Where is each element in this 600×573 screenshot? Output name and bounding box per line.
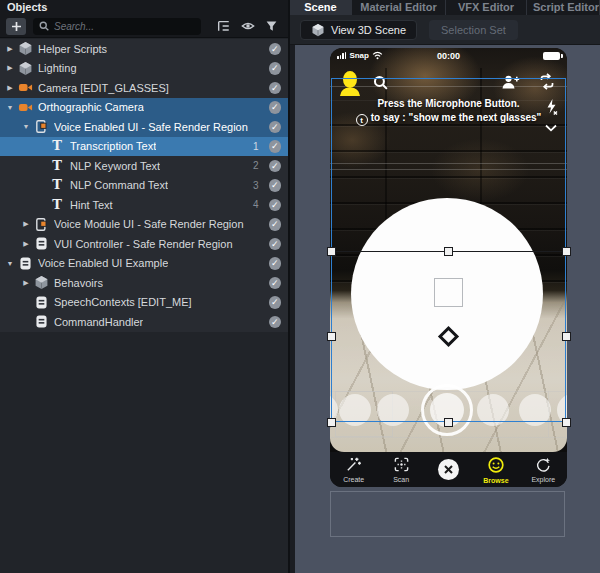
tree-row[interactable]: ▼Voice Enabled UI - Safe Render Region✓	[0, 117, 288, 137]
selection-set-button[interactable]: Selection Set	[429, 20, 518, 40]
resize-handle[interactable]	[327, 332, 336, 341]
objects-panel-title: Objects	[0, 0, 288, 15]
tree-row[interactable]: TNLP Keyword Text2✓	[0, 156, 288, 176]
expand-arrow[interactable]: ▶	[3, 64, 17, 72]
expand-arrow[interactable]: ▶	[19, 279, 33, 287]
tree-row[interactable]: ▶Camera [EDIT_GLASSES]✓	[0, 78, 288, 98]
expand-arrow[interactable]: ▶	[3, 84, 17, 92]
enabled-checkbox[interactable]: ✓	[269, 43, 282, 56]
resize-handle[interactable]	[444, 247, 453, 256]
object-icon	[33, 275, 49, 291]
add-object-button[interactable]	[6, 18, 26, 35]
editor-tab-material-editor[interactable]: Material Editor	[352, 0, 446, 15]
selection-set-label: Selection Set	[441, 24, 506, 36]
expand-arrow[interactable]: ▶	[19, 240, 33, 248]
editor-tabs: SceneMaterial EditorVFX EditorScript Edi…	[290, 0, 600, 15]
text-icon: T	[49, 138, 65, 154]
tree-row[interactable]: SpeechContexts [EDIT_ME]✓	[0, 293, 288, 313]
tree-item-label: Voice Enabled UI Example	[38, 257, 168, 269]
search-icon	[38, 20, 50, 32]
tree-list-icon[interactable]	[215, 18, 232, 34]
plus-icon	[11, 21, 22, 32]
tree-row[interactable]: ▼Orthographic Camera✓	[0, 98, 288, 118]
eye-icon[interactable]	[239, 18, 256, 34]
tree-row[interactable]: ▶VUI Controller - Safe Render Region✓	[0, 234, 288, 254]
time-label: 00:00	[330, 51, 567, 61]
enabled-checkbox[interactable]: ✓	[269, 277, 282, 290]
enabled-checkbox[interactable]: ✓	[269, 82, 282, 95]
filter-icon[interactable]	[263, 18, 280, 34]
tree-row[interactable]: TTranscription Text1✓	[0, 137, 288, 157]
snap-tab-label: Explore	[531, 476, 555, 483]
enabled-checkbox[interactable]: ✓	[269, 62, 282, 75]
snap-tab-scan[interactable]: Scan	[377, 456, 424, 483]
view-3d-scene-button[interactable]: View 3D Scene	[300, 20, 417, 40]
expand-arrow[interactable]: ▼	[3, 260, 17, 267]
carousel-bounds-line	[330, 437, 567, 438]
battery-icon	[543, 52, 560, 60]
snap-tab-close[interactable]	[425, 459, 472, 480]
tree-item-label: SpeechContexts [EDIT_ME]	[54, 296, 192, 308]
script-icon	[33, 236, 49, 252]
tree-row[interactable]: ▼Voice Enabled UI Example✓	[0, 254, 288, 274]
editor-tab-scene[interactable]: Scene	[290, 0, 352, 15]
scene-viewport[interactable]: Snap 00:00	[290, 45, 600, 573]
tree-row[interactable]: ▶Behavoirs✓	[0, 273, 288, 293]
enabled-checkbox[interactable]: ✓	[269, 199, 282, 212]
scene-panel: SceneMaterial EditorVFX EditorScript Edi…	[288, 0, 600, 573]
tree-row[interactable]: ▶Voice Module UI - Safe Render Region✓	[0, 215, 288, 235]
text-icon: T	[49, 158, 65, 174]
tree-item-label: Transcription Text	[70, 140, 156, 152]
snap-tab-create[interactable]: Create	[330, 456, 377, 483]
enabled-checkbox[interactable]: ✓	[269, 257, 282, 270]
render-order-badge: 3	[253, 180, 259, 191]
enabled-checkbox[interactable]: ✓	[269, 140, 282, 153]
enabled-checkbox[interactable]: ✓	[269, 296, 282, 309]
tree-item-label: Hint Text	[70, 199, 113, 211]
enabled-checkbox[interactable]: ✓	[269, 160, 282, 173]
editor-tab-script-editor[interactable]: Script Editor	[527, 0, 600, 15]
enabled-checkbox[interactable]: ✓	[269, 121, 282, 134]
tree-item-label: Lighting	[38, 62, 77, 74]
expand-arrow[interactable]: ▶	[3, 45, 17, 53]
search-box[interactable]	[33, 18, 201, 35]
region-icon	[33, 216, 49, 232]
expand-arrow[interactable]: ▼	[3, 104, 17, 111]
snap-tab-browse[interactable]: Browse	[472, 456, 519, 484]
tree-row[interactable]: THint Text4✓	[0, 195, 288, 215]
region-icon	[33, 119, 49, 135]
camera-icon	[17, 80, 33, 96]
enabled-checkbox[interactable]: ✓	[269, 238, 282, 251]
enabled-checkbox[interactable]: ✓	[269, 218, 282, 231]
tree-row[interactable]: ▶Lighting✓	[0, 59, 288, 79]
enabled-checkbox[interactable]: ✓	[269, 101, 282, 114]
enabled-checkbox[interactable]: ✓	[269, 316, 282, 329]
resize-handle[interactable]	[327, 247, 336, 256]
resize-handle[interactable]	[562, 332, 571, 341]
search-input[interactable]	[54, 21, 196, 32]
resize-handle[interactable]	[562, 247, 571, 256]
resize-handle[interactable]	[562, 418, 571, 427]
tree-row[interactable]: ▶Helper Scripts✓	[0, 39, 288, 59]
tree-item-label: CommandHandler	[54, 316, 143, 328]
editor-tab-vfx-editor[interactable]: VFX Editor	[446, 0, 527, 15]
script-icon	[17, 255, 33, 271]
expand-arrow[interactable]: ▼	[19, 123, 33, 130]
scan-icon	[393, 456, 410, 474]
anchor-rect[interactable]	[434, 278, 463, 307]
script-icon	[33, 314, 49, 330]
scene-hierarchy-tree: ▶Helper Scripts✓▶Lighting✓▶Camera [EDIT_…	[0, 39, 288, 332]
expand-arrow[interactable]: ▶	[19, 220, 33, 228]
resize-handle[interactable]	[444, 418, 453, 427]
resize-handle[interactable]	[327, 418, 336, 427]
lens-studio-window: Objects ▶Helper Scripts✓▶Lighting✓▶Camer…	[0, 0, 600, 573]
render-order-badge: 4	[253, 199, 259, 210]
tree-item-label: Orthographic Camera	[38, 101, 144, 113]
enabled-checkbox[interactable]: ✓	[269, 179, 282, 192]
tree-row[interactable]: TNLP Command Text3✓	[0, 176, 288, 196]
snap-tab-explore[interactable]: Explore	[520, 456, 567, 483]
tree-row[interactable]: CommandHandler✓	[0, 312, 288, 332]
tree-item-label: Helper Scripts	[38, 43, 107, 55]
tree-item-label: VUI Controller - Safe Render Region	[54, 238, 233, 250]
viewport-edge-shade	[290, 45, 295, 573]
